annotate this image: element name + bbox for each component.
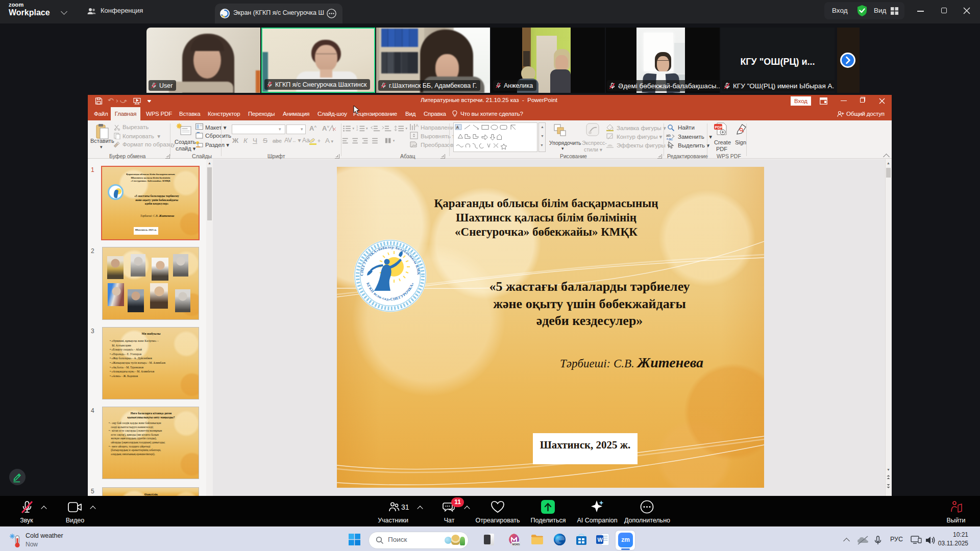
svg-text:▾: ▾ — [406, 127, 408, 130]
svg-text:A: A — [456, 126, 459, 129]
svg-text:M365: M365 — [512, 543, 520, 546]
svg-text:2: 2 — [356, 128, 358, 131]
svg-text:W: W — [597, 537, 603, 543]
svg-text:A: A — [415, 123, 419, 128]
svg-text:PDF: PDF — [715, 125, 723, 130]
svg-text:▾: ▾ — [352, 127, 354, 130]
svg-text:+ac: +ac — [666, 137, 673, 140]
svg-text:▾: ▾ — [393, 139, 395, 142]
svg-text:▾: ▾ — [366, 127, 368, 130]
